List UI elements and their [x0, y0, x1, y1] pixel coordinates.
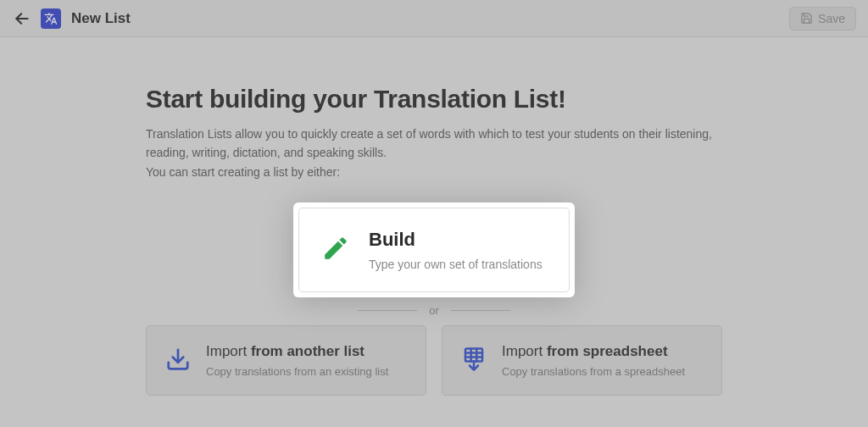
description-line-1: Translation Lists allow you to quickly c…: [146, 125, 722, 162]
import-options-row: Import from another list Copy translatio…: [146, 325, 722, 396]
svg-rect-2: [465, 349, 482, 362]
divider-line-left: [358, 310, 417, 311]
translate-app-icon: [41, 8, 61, 29]
divider-line-right: [451, 310, 510, 311]
page-title: New List: [71, 10, 131, 27]
import-from-spreadsheet-card[interactable]: Import from spreadsheet Copy translation…: [442, 325, 722, 396]
import-from-spreadsheet-title: Import from spreadsheet: [502, 343, 685, 360]
top-bar: New List Save: [0, 0, 868, 37]
import-from-spreadsheet-description: Copy translations from a spreadsheet: [502, 365, 685, 378]
build-description: Type your own set of translations: [369, 258, 542, 271]
arrow-left-icon: [14, 10, 31, 27]
pencil-icon: [321, 234, 350, 263]
heading: Start building your Translation List!: [146, 85, 722, 114]
translate-icon: [44, 12, 58, 25]
description-line-2: You can start creating a list by either:: [146, 164, 722, 182]
import-from-list-description: Copy translations from an existing list: [206, 365, 388, 378]
import-from-list-title: Import from another list: [206, 343, 388, 360]
save-icon: [800, 12, 813, 25]
spreadsheet-download-icon: [461, 347, 487, 372]
or-divider: or: [146, 304, 722, 317]
save-button[interactable]: Save: [789, 7, 856, 30]
save-button-label: Save: [818, 12, 845, 25]
build-card-wrap: Build Type your own set of translations: [298, 208, 570, 292]
build-title: Build: [369, 229, 542, 251]
download-icon: [165, 347, 191, 372]
content-area: Start building your Translation List! Tr…: [146, 85, 722, 396]
or-label: or: [429, 304, 439, 317]
back-button[interactable]: [12, 8, 32, 29]
build-card[interactable]: Build Type your own set of translations: [298, 208, 570, 292]
import-from-list-card[interactable]: Import from another list Copy translatio…: [146, 325, 426, 396]
